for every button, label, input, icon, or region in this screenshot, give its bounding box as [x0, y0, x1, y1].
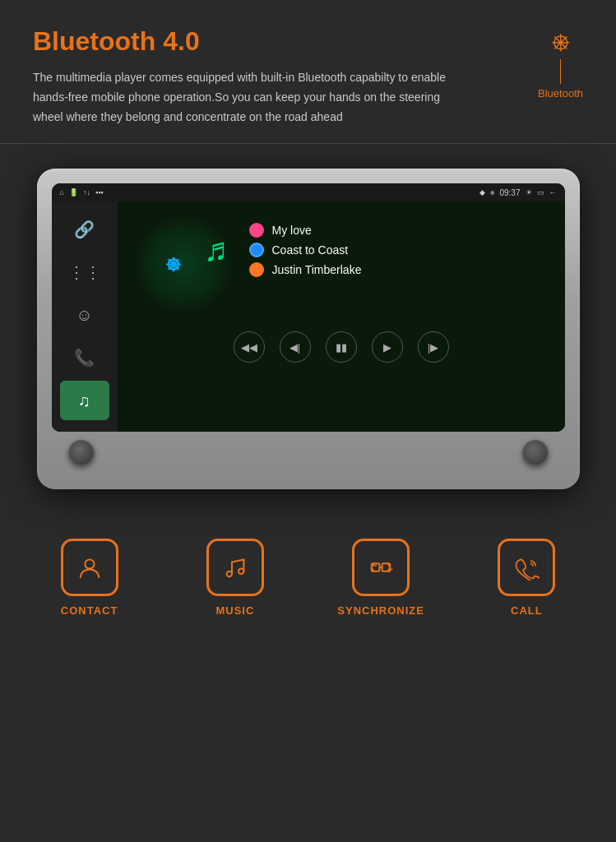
- bluetooth-description: The multimedia player comes equipped wit…: [33, 68, 461, 127]
- call-label: CALL: [511, 604, 543, 617]
- track-row-2: Coast to Coast: [249, 243, 362, 257]
- status-bar: ⌂ 🔋 ↑↓ ▪▪▪ ◆ ⎈ 09:37 ☀ ▭ ←: [52, 183, 565, 201]
- track-list: My love Coast to Coast Justin Timberlake: [249, 215, 362, 277]
- main-screen: 🔗 ⋮⋮ ☺ 📞 ♫: [52, 201, 565, 432]
- contact-icon-box[interactable]: [61, 539, 118, 596]
- pause-button[interactable]: ▮▮: [326, 331, 357, 363]
- footer-item-contact: CONTACT: [40, 539, 139, 617]
- call-icon-box[interactable]: [498, 539, 555, 596]
- music-label: MUSIC: [215, 604, 254, 617]
- sync-icon: [368, 554, 394, 581]
- footer-item-music: MUSIC: [186, 539, 285, 617]
- music-icon: ♫: [78, 391, 90, 410]
- battery-icon: 🔋: [69, 188, 78, 197]
- track-dot-2: [249, 243, 264, 257]
- status-right: ◆ ⎈ 09:37 ☀ ▭ ←: [479, 188, 556, 197]
- rewind-button[interactable]: ◀◀: [234, 331, 265, 363]
- bluetooth-icon: ⎈: [552, 26, 570, 56]
- footer-item-sync: SYNCHRONIZE: [331, 539, 430, 617]
- footer-section: CONTACT MUSIC SYNCHRONIZE: [0, 514, 616, 633]
- contact-icon: [76, 554, 103, 581]
- svg-point-0: [85, 560, 94, 569]
- svg-point-2: [239, 569, 243, 574]
- svg-point-1: [226, 571, 231, 576]
- bars-icon: ▪▪▪: [95, 188, 104, 197]
- track-row-3: Justin Timberlake: [249, 262, 362, 277]
- signal-icon: ↑↓: [83, 188, 90, 197]
- sidebar-item-bluetooth[interactable]: 🔗: [60, 210, 109, 249]
- track-dot-3: [249, 262, 264, 277]
- music-note-icon: ♬: [204, 231, 229, 268]
- bt-icon: ⎈: [166, 251, 180, 277]
- bt-status-icon: ⎈: [490, 188, 494, 197]
- bluetooth-divider: [560, 59, 561, 84]
- back-icon: ←: [549, 188, 557, 197]
- track-row-1: My love: [249, 223, 362, 238]
- dialpad-icon: ⋮⋮: [68, 262, 101, 282]
- sync-label: SYNCHRONIZE: [337, 604, 424, 617]
- person-icon: ☺: [76, 306, 92, 325]
- chain-icon: 🔗: [74, 220, 95, 239]
- top-section: Bluetooth 4.0 The multimedia player come…: [0, 0, 616, 144]
- play-button[interactable]: ▶: [372, 331, 403, 363]
- playback-controls: ◀◀ ◀| ▮▮ ▶ |▶: [134, 331, 549, 363]
- sidebar-item-calls[interactable]: 📞: [60, 338, 109, 377]
- clock: 09:37: [499, 188, 520, 197]
- track-name-3: Justin Timberlake: [272, 263, 362, 276]
- sidebar-item-contacts[interactable]: ☺: [60, 295, 109, 335]
- sync-icon-box[interactable]: [352, 539, 410, 596]
- track-name-1: My love: [272, 224, 312, 237]
- device-bottom: [52, 432, 565, 466]
- track-dot-1: [249, 223, 264, 238]
- next-button[interactable]: |▶: [418, 331, 449, 363]
- sidebar-item-music[interactable]: ♫: [60, 381, 109, 420]
- content-area: ⎈ ♬ My love Coast to Coast: [118, 201, 565, 432]
- right-knob[interactable]: [522, 440, 549, 466]
- bluetooth-label: Bluetooth: [538, 87, 583, 99]
- device-body: ⌂ 🔋 ↑↓ ▪▪▪ ◆ ⎈ 09:37 ☀ ▭ ←: [37, 169, 580, 489]
- sidebar-item-dialpad[interactable]: ⋮⋮: [60, 252, 109, 292]
- music-note-footer-icon: [222, 554, 248, 581]
- bluetooth-title: Bluetooth 4.0: [33, 26, 583, 57]
- screen-bezel: ⌂ 🔋 ↑↓ ▪▪▪ ◆ ⎈ 09:37 ☀ ▭ ←: [52, 183, 565, 432]
- music-visual: ⎈ ♬ My love Coast to Coast: [134, 215, 549, 313]
- vinyl-area: ⎈ ♬: [134, 215, 233, 313]
- home-icon: ⌂: [60, 188, 64, 197]
- brightness-icon: ☀: [526, 188, 532, 197]
- device-section: ⌂ 🔋 ↑↓ ▪▪▪ ◆ ⎈ 09:37 ☀ ▭ ←: [0, 144, 616, 514]
- screen-icon: ▭: [537, 188, 544, 197]
- music-icon-box[interactable]: [206, 539, 264, 596]
- track-name-2: Coast to Coast: [272, 243, 349, 257]
- sidebar: 🔗 ⋮⋮ ☺ 📞 ♫: [52, 201, 118, 432]
- contact-label: CONTACT: [61, 604, 118, 617]
- left-knob[interactable]: [68, 440, 95, 466]
- call-icon: [513, 554, 540, 581]
- status-left: ⌂ 🔋 ↑↓ ▪▪▪: [60, 188, 104, 197]
- phone-icon: 📞: [74, 348, 95, 368]
- footer-item-call: CALL: [477, 539, 576, 617]
- location-icon: ◆: [479, 188, 485, 197]
- prev-button[interactable]: ◀|: [280, 331, 311, 363]
- bluetooth-icon-area: ⎈ Bluetooth: [538, 26, 583, 99]
